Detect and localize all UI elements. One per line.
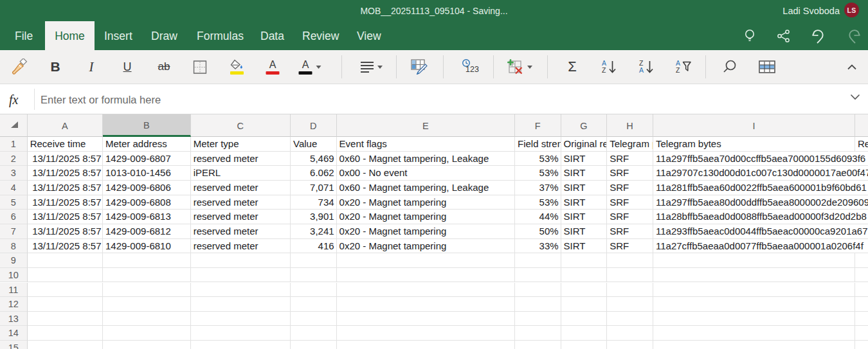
cell-A1[interactable]: Receive time bbox=[28, 137, 103, 152]
cell-H14[interactable] bbox=[607, 326, 653, 341]
cell-G6[interactable]: SIRT bbox=[561, 210, 608, 224]
cell-D1[interactable]: Value bbox=[291, 137, 337, 152]
cell-C13[interactable] bbox=[191, 312, 291, 327]
cell-G9[interactable] bbox=[561, 253, 608, 268]
cell-E2[interactable]: 0x60 - Magnet tampering, Leakage bbox=[337, 152, 515, 166]
cell-C7[interactable]: reserved meter bbox=[191, 224, 291, 239]
row-header-15[interactable]: 15 bbox=[0, 341, 28, 349]
cell-I13[interactable] bbox=[653, 312, 855, 327]
cell-C1[interactable]: Meter type bbox=[191, 137, 291, 152]
number-format-button[interactable]: 123 bbox=[461, 50, 478, 84]
strikethrough-button[interactable]: ab bbox=[158, 50, 170, 84]
row-header-11[interactable]: 11 bbox=[0, 283, 28, 298]
row-header-7[interactable]: 7 bbox=[0, 224, 28, 239]
cell-B6[interactable]: 1429-009-6813 bbox=[103, 210, 191, 224]
tab-draw[interactable]: Draw bbox=[151, 21, 177, 50]
tell-me-button[interactable] bbox=[739, 21, 761, 50]
cell-A8[interactable]: 13/11/2025 8:57 bbox=[28, 239, 103, 254]
cell-J11[interactable] bbox=[855, 283, 868, 298]
format-as-table-button[interactable] bbox=[759, 50, 775, 84]
cell-A9[interactable] bbox=[28, 253, 103, 268]
cell-J7[interactable] bbox=[855, 224, 868, 239]
cell-H10[interactable] bbox=[607, 268, 653, 283]
column-header-right[interactable] bbox=[855, 114, 868, 137]
cell-H2[interactable]: SRF bbox=[607, 152, 653, 166]
cell-D10[interactable] bbox=[291, 268, 337, 283]
tab-data[interactable]: Data bbox=[260, 21, 284, 50]
cell-E15[interactable] bbox=[337, 341, 515, 349]
cell-G7[interactable]: SIRT bbox=[561, 224, 608, 239]
cell-B15[interactable] bbox=[103, 341, 191, 349]
insert-delete-cells-button[interactable] bbox=[507, 50, 532, 84]
borders-button[interactable] bbox=[194, 50, 207, 84]
cell-H8[interactable]: SRF bbox=[607, 239, 653, 254]
cell-H3[interactable]: SRF bbox=[607, 166, 653, 181]
fill-color-button[interactable] bbox=[230, 50, 244, 84]
cell-G1[interactable]: Original re bbox=[561, 137, 608, 152]
column-header-E[interactable]: E bbox=[337, 114, 515, 137]
cell-B4[interactable]: 1429-009-6806 bbox=[103, 181, 191, 195]
cell-I1[interactable]: Telegram bytes bbox=[653, 137, 855, 152]
search-button[interactable] bbox=[722, 50, 737, 84]
cell-G13[interactable] bbox=[561, 312, 608, 327]
sort-ascending-button[interactable]: A Z bbox=[600, 50, 618, 84]
cell-E13[interactable] bbox=[337, 312, 515, 327]
cell-G10[interactable] bbox=[561, 268, 608, 283]
cell-H15[interactable] bbox=[607, 341, 653, 349]
cell-I3[interactable]: 11a29707c130d00d01c007c130d0000017ae00f4… bbox=[653, 166, 855, 181]
cell-B9[interactable] bbox=[103, 253, 191, 268]
cell-E6[interactable]: 0x20 - Magnet tampering bbox=[337, 210, 515, 224]
cell-G15[interactable] bbox=[561, 341, 608, 349]
tab-file[interactable]: File bbox=[15, 21, 33, 50]
cell-A10[interactable] bbox=[28, 268, 103, 283]
select-all-button[interactable] bbox=[0, 114, 28, 137]
cell-J8[interactable] bbox=[855, 239, 868, 254]
cell-F8[interactable]: 33% bbox=[515, 239, 561, 254]
cell-E12[interactable] bbox=[337, 297, 515, 312]
cell-H1[interactable]: Telegram p bbox=[607, 137, 653, 152]
row-header-3[interactable]: 3 bbox=[0, 166, 28, 181]
cell-F2[interactable]: 53% bbox=[515, 152, 561, 166]
cell-C15[interactable] bbox=[191, 341, 291, 349]
cell-A14[interactable] bbox=[28, 326, 103, 341]
cell-B14[interactable] bbox=[103, 326, 191, 341]
cell-B7[interactable]: 1429-009-6812 bbox=[103, 224, 191, 239]
tab-insert[interactable]: Insert bbox=[104, 21, 132, 50]
cell-D8[interactable]: 416 bbox=[291, 239, 337, 254]
cell-A13[interactable] bbox=[28, 312, 103, 327]
cell-G8[interactable]: SIRT bbox=[561, 239, 608, 254]
cell-F10[interactable] bbox=[515, 268, 561, 283]
cell-G2[interactable]: SIRT bbox=[561, 152, 608, 166]
cell-H5[interactable]: SRF bbox=[607, 195, 653, 210]
row-header-8[interactable]: 8 bbox=[0, 239, 28, 254]
cell-G4[interactable]: SIRT bbox=[561, 181, 608, 195]
cell-A5[interactable]: 13/11/2025 8:57 bbox=[28, 195, 103, 210]
cell-A15[interactable] bbox=[28, 341, 103, 349]
cell-J5[interactable] bbox=[855, 195, 868, 210]
cell-E1[interactable]: Event flags bbox=[337, 137, 515, 152]
cell-J13[interactable] bbox=[855, 312, 868, 327]
cell-C8[interactable]: reserved meter bbox=[191, 239, 291, 254]
tab-view[interactable]: View bbox=[357, 21, 381, 50]
cell-G5[interactable]: SIRT bbox=[561, 195, 608, 210]
cell-E8[interactable]: 0x20 - Magnet tampering bbox=[337, 239, 515, 254]
cell-H4[interactable]: SRF bbox=[607, 181, 653, 195]
undo-button[interactable] bbox=[808, 21, 829, 50]
cell-B3[interactable]: 1013-010-1456 bbox=[103, 166, 191, 181]
cell-G3[interactable]: SIRT bbox=[561, 166, 608, 181]
cell-styles-button[interactable] bbox=[411, 50, 428, 84]
underline-button[interactable]: U bbox=[123, 50, 132, 84]
column-header-B[interactable]: B bbox=[103, 114, 191, 137]
row-header-14[interactable]: 14 bbox=[0, 326, 28, 341]
cell-B2[interactable]: 1429-009-6807 bbox=[103, 152, 191, 166]
tab-review[interactable]: Review bbox=[302, 21, 339, 50]
cell-I8[interactable]: 11a27cffb5aeaa0d0077ffb5aeaa000001a0206f… bbox=[653, 239, 855, 254]
cell-H7[interactable]: SRF bbox=[607, 224, 653, 239]
cell-A12[interactable] bbox=[28, 297, 103, 312]
cell-B12[interactable] bbox=[103, 297, 191, 312]
fx-icon[interactable]: fx bbox=[9, 84, 18, 114]
cell-F6[interactable]: 44% bbox=[515, 210, 561, 224]
cell-J9[interactable] bbox=[855, 253, 868, 268]
cell-F14[interactable] bbox=[515, 326, 561, 341]
cell-J2[interactable] bbox=[855, 152, 868, 166]
